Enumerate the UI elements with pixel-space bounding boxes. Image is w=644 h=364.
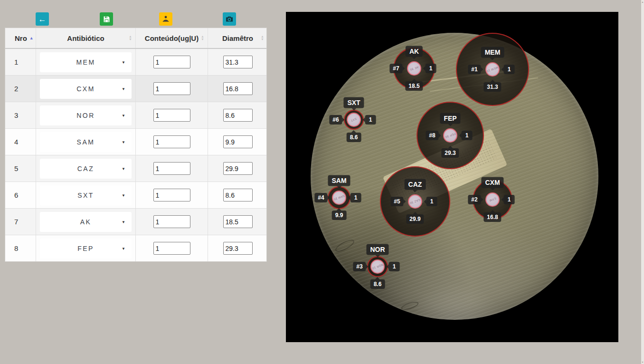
diameter-input[interactable] xyxy=(223,109,253,122)
antibiotic-disc-FEP[interactable]: FEP 30 xyxy=(443,128,457,143)
chevron-down-icon: ▼ xyxy=(122,113,125,117)
chevron-down-icon: ▼ xyxy=(122,220,125,224)
table-header-row: Nro ▲ Antibiótico ▲▼ Conteúdo(ug|U) ▲▼ D… xyxy=(5,28,266,49)
diameter-input[interactable] xyxy=(223,82,253,95)
content-input[interactable] xyxy=(153,109,190,122)
content-input[interactable] xyxy=(153,56,190,68)
antibiotic-disc-MEM[interactable]: MEM 10 xyxy=(485,62,500,77)
antibiotic-selected-value: CXM xyxy=(76,85,95,93)
chevron-down-icon: ▼ xyxy=(122,140,125,144)
diameter-cell xyxy=(208,155,267,182)
antibiotic-selected-value: NOR xyxy=(76,112,95,119)
column-header-nro[interactable]: Nro ▲ xyxy=(5,28,36,48)
disc-name-label: SAM xyxy=(328,175,350,186)
disc-number-badge: #2 xyxy=(468,195,481,204)
diameter-input[interactable] xyxy=(223,215,253,228)
disc-diameter-badge: 31.3 xyxy=(483,82,501,92)
diameter-input[interactable] xyxy=(223,56,253,68)
disc-print-code: SXT xyxy=(350,117,357,122)
content-cell xyxy=(136,235,208,261)
disc-diameter-badge: 9.9 xyxy=(332,211,347,220)
disc-print-code: NOR 10 xyxy=(371,263,383,270)
content-cell xyxy=(136,76,208,102)
diameter-cell xyxy=(208,209,267,235)
disc-diameter-badge: 8.6 xyxy=(347,133,361,142)
antibiotic-selected-value: CAZ xyxy=(77,165,95,172)
disc-name-label: FEP xyxy=(440,113,460,124)
back-button[interactable]: ← xyxy=(36,12,49,26)
content-input[interactable] xyxy=(153,162,190,175)
antibiotic-select[interactable]: NOR▼ xyxy=(40,105,132,125)
snapshot-button[interactable] xyxy=(223,12,236,26)
disc-content-badge: 1 xyxy=(365,115,376,125)
antibiotic-select[interactable]: AK▼ xyxy=(40,212,132,232)
antibiotic-selected-value: SAM xyxy=(77,138,95,146)
antibiotic-disc-CXM[interactable]: CXM xyxy=(485,192,500,207)
content-input[interactable] xyxy=(153,242,190,255)
antibiotic-select[interactable]: FEP▼ xyxy=(40,239,132,259)
content-input[interactable] xyxy=(153,135,190,148)
content-cell xyxy=(136,102,208,128)
antibiotic-select[interactable]: MEM▼ xyxy=(40,52,132,72)
row-number: 7 xyxy=(5,209,36,235)
row-number: 6 xyxy=(5,182,36,208)
column-label: Antibiótico xyxy=(67,34,104,42)
disc-content-badge: 1 xyxy=(426,197,437,206)
content-input[interactable] xyxy=(153,215,190,228)
patient-button[interactable] xyxy=(159,12,172,26)
antibiotic-cell: MEM▼ xyxy=(36,49,136,75)
sort-both-icon: ▲▼ xyxy=(129,35,132,41)
content-input[interactable] xyxy=(153,189,190,201)
table-row: 8FEP▼ xyxy=(5,235,266,261)
table-row: 5CAZ▼ xyxy=(5,155,266,182)
antibiotic-select[interactable]: CAZ▼ xyxy=(40,159,132,179)
disc-content-badge: 1 xyxy=(426,64,436,73)
content-cell xyxy=(136,49,208,75)
diameter-input[interactable] xyxy=(223,189,253,201)
diameter-input[interactable] xyxy=(223,135,253,148)
antibiotic-select[interactable]: SXT▼ xyxy=(40,185,132,205)
antibiotic-selected-value: FEP xyxy=(77,245,94,252)
antibiotic-disc-SAM[interactable]: SAM 20 xyxy=(332,191,346,205)
diameter-cell xyxy=(208,49,267,75)
antibiotic-disc-CAZ[interactable]: CAZ 30 xyxy=(408,194,422,209)
diameter-input[interactable] xyxy=(223,242,253,255)
table-row: 3NOR▼ xyxy=(5,102,266,129)
page-scrollbar[interactable]: ▲ ▼ xyxy=(641,0,644,364)
table-row: 4SAM▼ xyxy=(5,129,266,155)
disc-print-code: CAZ 30 xyxy=(409,198,421,205)
antibiotic-cell: NOR▼ xyxy=(36,102,136,128)
antibiotic-disc-SXT[interactable]: SXT xyxy=(347,113,361,127)
column-header-diametro[interactable]: Diamêtro ▲▼ xyxy=(208,28,267,48)
agar-mark xyxy=(334,238,356,254)
table-row: 1MEM▼ xyxy=(5,49,266,76)
disc-name-label: MEM xyxy=(481,47,504,58)
column-header-conteudo[interactable]: Conteúdo(ug|U) ▲▼ xyxy=(136,28,208,48)
disc-name-label: SXT xyxy=(343,97,364,108)
chevron-down-icon: ▼ xyxy=(122,193,125,197)
antibiotic-select[interactable]: CXM▼ xyxy=(40,79,132,99)
column-label: Nro xyxy=(15,34,27,42)
person-icon xyxy=(162,15,170,23)
antibiotic-select[interactable]: SAM▼ xyxy=(40,132,132,152)
save-button[interactable] xyxy=(100,12,113,26)
antibiotic-disc-AK[interactable]: AK 30 xyxy=(407,61,421,76)
scroll-down-icon[interactable]: ▼ xyxy=(641,360,644,364)
column-header-antibiotico[interactable]: Antibiótico ▲▼ xyxy=(36,28,136,48)
diameter-input[interactable] xyxy=(223,162,253,175)
disc-print-code: MEM 10 xyxy=(486,66,499,73)
disc-number-badge: #1 xyxy=(468,65,481,74)
antibiotic-disc-NOR[interactable]: NOR 10 xyxy=(370,259,385,274)
disc-print-code: SAM 20 xyxy=(333,194,345,201)
table-body: 1MEM▼2CXM▼3NOR▼4SAM▼5CAZ▼6SXT▼7AK▼8FEP▼ xyxy=(5,49,266,261)
table-row: 7AK▼ xyxy=(5,209,266,235)
content-input[interactable] xyxy=(153,82,190,95)
scroll-up-icon[interactable]: ▲ xyxy=(641,0,644,4)
disc-content-badge: 1 xyxy=(462,131,473,140)
disc-print-code: AK 30 xyxy=(409,66,419,71)
row-number: 3 xyxy=(5,102,36,128)
disc-diameter-badge: 8.6 xyxy=(370,279,385,289)
camera-icon xyxy=(226,16,233,22)
sort-asc-icon: ▲ xyxy=(29,36,34,40)
content-cell xyxy=(136,209,208,235)
